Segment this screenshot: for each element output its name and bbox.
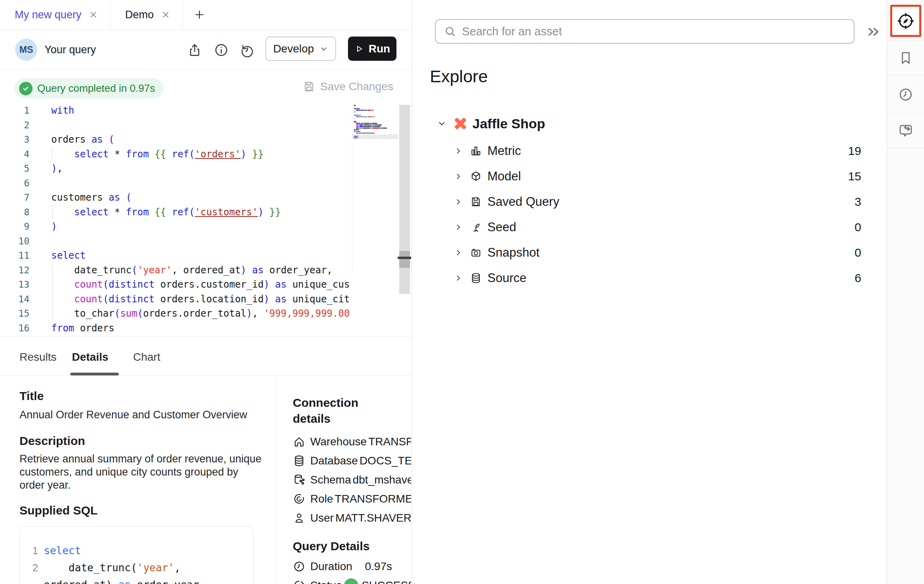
tree-item-count: 6 [854,271,861,285]
database-icon [293,454,305,467]
metric-icon [470,145,482,157]
chat-sparkles-icon [897,123,914,139]
save-changes-button[interactable]: Save Changes [303,80,393,93]
close-icon[interactable] [89,10,98,19]
title-value: Annual Order Revenue and Customer Overvi… [19,408,264,422]
minimap-viewport-band [352,134,398,139]
schema-icon [293,474,305,486]
tree-item-saved-query[interactable]: Saved Query 3 [437,189,861,215]
query-header: MS Your query Develop Run [0,30,412,70]
connection-details-panel: Connection details Warehouse TRANSFORMIN… [293,376,411,584]
chevron-down-icon [319,44,328,53]
tree-item-source[interactable]: Source 6 [437,265,861,291]
search-icon [444,25,456,38]
rail-history-button[interactable] [887,75,924,114]
rail-ai-chat-button[interactable] [887,114,924,149]
editor-tabbar: My new query Demo [0,0,412,30]
tree-item-count: 0 [854,220,861,234]
pane-resize-handle[interactable] [398,257,411,259]
compass-icon [897,12,915,30]
tree-item-snapshot[interactable]: Snapshot 0 [437,240,861,265]
chevron-right-icon[interactable] [454,197,463,206]
info-icon[interactable] [214,43,229,58]
active-tool-highlight [890,5,921,37]
right-icon-rail [887,0,924,584]
user-icon [293,512,305,524]
connection-row-user: User MATT.SHAVER@FISHTOWN [293,509,411,528]
result-tabbar: Results Details Chart [0,336,412,376]
chevron-right-icon[interactable] [454,172,463,181]
saved-query-icon [470,196,482,208]
editor-status-row: Query completed in 0.97s Save Changes [0,70,412,103]
query-title: Your query [44,44,96,56]
rail-explore-button[interactable] [887,0,924,41]
editor-minimap[interactable] [352,105,398,272]
tab-label: Demo [125,9,154,21]
develop-label: Develop [273,43,314,55]
history-icon[interactable] [240,43,255,58]
asset-search[interactable] [435,19,854,44]
asset-tree: Jaffle Shop Metric 19 Model 15 Saved Que… [437,111,861,291]
bookmark-icon [898,50,914,66]
connection-row-warehouse: Warehouse TRANSFORMING [293,432,411,451]
chevron-right-icon[interactable] [454,274,463,282]
connection-row-database: Database DOCS_TEAM_ [293,451,411,470]
dbt-logo-icon [453,116,468,131]
seed-icon [470,221,482,233]
supplied-sql-box: 1select2 date_trunc('year',ordered_at) a… [19,526,254,584]
tree-project-jaffle-shop[interactable]: Jaffle Shop [437,111,861,136]
plus-icon [193,8,206,21]
tree-item-label: Saved Query [487,195,559,209]
chevron-right-icon[interactable] [454,248,463,257]
tree-item-count: 15 [848,170,861,183]
check-circle-icon [19,82,33,95]
chevron-right-icon[interactable] [454,223,463,232]
close-icon[interactable] [161,10,170,19]
develop-dropdown[interactable]: Develop [265,37,336,61]
run-label: Run [369,43,390,55]
tab-chart[interactable]: Chart [133,351,160,364]
project-label: Jaffle Shop [472,116,545,131]
tree-item-label: Source [487,271,526,285]
save-changes-label: Save Changes [320,80,393,93]
search-input[interactable] [462,25,854,38]
tree-item-seed[interactable]: Seed 0 [437,215,861,240]
query-details-heading: Query Details [293,540,411,553]
query-status-pill: Query completed in 0.97s [14,78,164,99]
tree-item-label: Metric [487,144,521,158]
editor-code: 1with23orders as (4 select * from {{ ref… [0,103,350,335]
tab-my-new-query[interactable]: My new query [0,0,110,29]
app-window: My new query Demo MS Your query Develop [0,0,924,584]
supplied-sql-heading: Supplied SQL [19,504,264,517]
title-heading: Title [19,389,264,403]
chevron-down-icon[interactable] [437,118,447,129]
sql-editor[interactable]: 1with23orders as (4 select * from {{ ref… [0,103,350,336]
editor-scrollbar-thumb[interactable] [399,251,410,268]
snapshot-icon [470,247,482,259]
rail-bookmarks-button[interactable] [887,41,924,75]
divider [275,376,276,584]
duration-row: Duration 0.97s [293,557,392,576]
share-icon[interactable] [187,43,202,58]
tree-item-label: Seed [487,220,516,234]
tree-item-metric[interactable]: Metric 19 [437,138,861,164]
chevron-right-icon[interactable] [454,147,463,155]
tree-item-label: Model [487,169,521,184]
new-tab-button[interactable] [183,0,216,29]
explore-heading: Explore [430,67,488,86]
success-check-icon [344,578,358,584]
tree-item-model[interactable]: Model 15 [437,164,861,189]
model-icon [470,170,482,182]
tab-results[interactable]: Results [19,351,56,364]
supplied-sql-code: 1select2 date_trunc('year',ordered_at) a… [28,542,249,584]
connection-row-role: Role TRANSFORMER [293,489,411,509]
status-row: Status SUCCESSFUL [293,576,392,584]
connection-row-schema: Schema dbt_mshaver [293,470,411,489]
tree-item-count: 3 [854,195,861,209]
tab-demo[interactable]: Demo [110,0,183,29]
run-button[interactable]: Run [348,37,396,61]
collapse-panel-icon[interactable] [865,25,882,39]
clock-icon [293,560,305,573]
tab-details[interactable]: Details [72,351,108,364]
tree-item-label: Snapshot [487,246,539,260]
